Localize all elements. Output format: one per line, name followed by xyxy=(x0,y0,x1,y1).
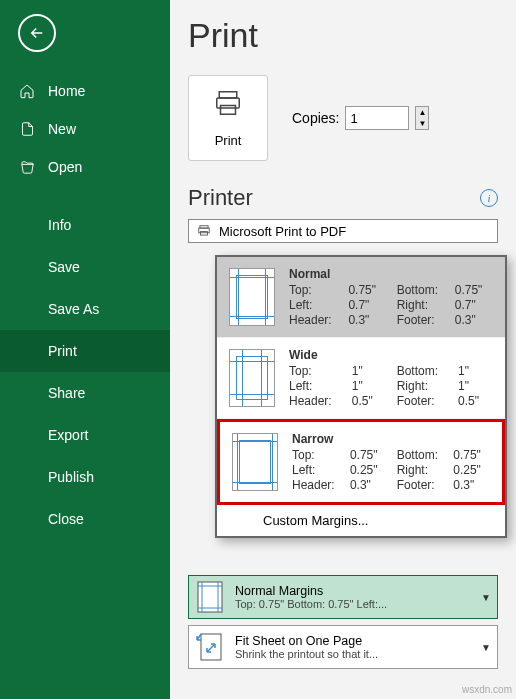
copies-spinner[interactable]: ▲ ▼ xyxy=(415,106,429,130)
nav-secondary: Info Save Save As Print Share Export Pub… xyxy=(0,204,170,540)
nav-print[interactable]: Print xyxy=(0,330,170,372)
open-icon xyxy=(18,160,36,175)
spinner-up-icon[interactable]: ▲ xyxy=(416,107,428,118)
nav-label: New xyxy=(48,121,76,137)
arrow-left-icon xyxy=(28,24,46,42)
nav-label: Export xyxy=(48,427,88,443)
nav-info[interactable]: Info xyxy=(0,204,170,246)
margins-wide-icon xyxy=(229,349,275,407)
svg-rect-0 xyxy=(219,92,237,98)
new-icon xyxy=(18,121,36,137)
margins-flyout: Normal Top:0.75"Bottom:0.75" Left:0.7"Ri… xyxy=(215,255,507,538)
svg-rect-5 xyxy=(201,232,208,236)
nav-label: Home xyxy=(48,83,85,99)
copies-group: Copies: ▲ ▼ xyxy=(292,106,429,130)
setting-scaling-sub: Shrink the printout so that it... xyxy=(235,648,471,660)
svg-rect-2 xyxy=(221,106,236,115)
printer-small-icon xyxy=(197,224,211,238)
margins-setting-icon xyxy=(195,580,225,614)
margin-details: Wide Top:1"Bottom:1" Left:1"Right:1" Hea… xyxy=(289,348,493,408)
print-row: Print Copies: ▲ ▼ xyxy=(188,75,498,161)
sidebar: Home New Open Info Save Save As Print Sh… xyxy=(0,0,170,699)
printer-icon xyxy=(210,88,246,125)
printer-section-header: Printer i xyxy=(188,185,498,211)
printer-heading: Printer xyxy=(188,185,253,211)
nav-label: Open xyxy=(48,159,82,175)
printer-dropdown[interactable]: Microsoft Print to PDF xyxy=(188,219,498,243)
printer-name: Microsoft Print to PDF xyxy=(219,224,346,239)
nav-label: Save As xyxy=(48,301,99,317)
margin-details: Normal Top:0.75"Bottom:0.75" Left:0.7"Ri… xyxy=(289,267,493,327)
setting-margins-sub: Top: 0.75" Bottom: 0.75" Left:... xyxy=(235,598,471,610)
margin-option-normal[interactable]: Normal Top:0.75"Bottom:0.75" Left:0.7"Ri… xyxy=(217,257,505,338)
nav-label: Share xyxy=(48,385,85,401)
print-button-label: Print xyxy=(215,133,242,148)
nav-label: Info xyxy=(48,217,71,233)
setting-margins[interactable]: Normal Margins Top: 0.75" Bottom: 0.75" … xyxy=(188,575,498,619)
chevron-down-icon: ▼ xyxy=(481,592,491,603)
nav-save-as[interactable]: Save As xyxy=(0,288,170,330)
nav-new[interactable]: New xyxy=(0,110,170,148)
info-icon[interactable]: i xyxy=(480,189,498,207)
margin-option-narrow[interactable]: Narrow Top:0.75"Bottom:0.75" Left:0.25"R… xyxy=(217,419,505,505)
page-title: Print xyxy=(188,16,498,55)
back-button[interactable] xyxy=(18,14,56,52)
margin-name: Wide xyxy=(289,348,493,362)
setting-scaling-title: Fit Sheet on One Page xyxy=(235,634,471,648)
setting-margins-text: Normal Margins Top: 0.75" Bottom: 0.75" … xyxy=(235,584,471,610)
setting-scaling-text: Fit Sheet on One Page Shrink the printou… xyxy=(235,634,471,660)
home-icon xyxy=(18,83,36,99)
copies-label: Copies: xyxy=(292,110,339,126)
nav-label: Publish xyxy=(48,469,94,485)
nav-home[interactable]: Home xyxy=(0,72,170,110)
setting-scaling[interactable]: Fit Sheet on One Page Shrink the printou… xyxy=(188,625,498,669)
nav-open[interactable]: Open xyxy=(0,148,170,186)
setting-margins-title: Normal Margins xyxy=(235,584,471,598)
nav-close[interactable]: Close xyxy=(0,498,170,540)
spinner-down-icon[interactable]: ▼ xyxy=(416,118,428,129)
watermark: wsxdn.com xyxy=(462,684,512,695)
nav-label: Save xyxy=(48,259,80,275)
margin-option-wide[interactable]: Wide Top:1"Bottom:1" Left:1"Right:1" Hea… xyxy=(217,338,505,419)
print-button[interactable]: Print xyxy=(188,75,268,161)
margin-details: Narrow Top:0.75"Bottom:0.75" Left:0.25"R… xyxy=(292,432,490,492)
nav-share[interactable]: Share xyxy=(0,372,170,414)
copies-input[interactable] xyxy=(345,106,409,130)
nav-save[interactable]: Save xyxy=(0,246,170,288)
nav-export[interactable]: Export xyxy=(0,414,170,456)
nav-label: Print xyxy=(48,343,77,359)
custom-margins-item[interactable]: Custom Margins... xyxy=(217,505,505,536)
margins-narrow-icon xyxy=(232,433,278,491)
nav-main: Home New Open xyxy=(0,72,170,186)
margin-name: Normal xyxy=(289,267,493,281)
fit-sheet-icon xyxy=(195,630,225,664)
nav-publish[interactable]: Publish xyxy=(0,456,170,498)
margins-normal-icon xyxy=(229,268,275,326)
chevron-down-icon: ▼ xyxy=(481,642,491,653)
nav-label: Close xyxy=(48,511,84,527)
margin-name: Narrow xyxy=(292,432,490,446)
